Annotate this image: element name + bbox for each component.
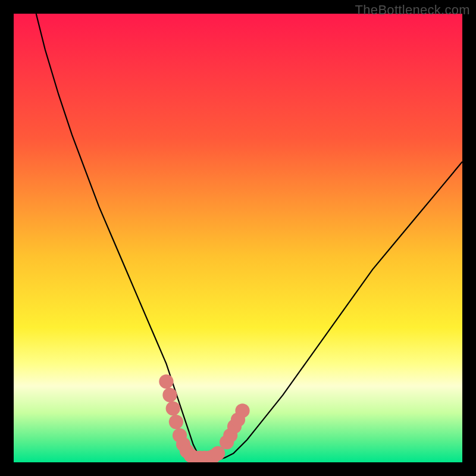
chart-frame: TheBottleneck.com (0, 0, 476, 476)
plot-area (14, 14, 462, 462)
marker-dot (211, 446, 225, 461)
marker-dot (159, 374, 173, 389)
watermark-text: TheBottleneck.com (355, 2, 470, 18)
marker-dot (169, 415, 183, 429)
marker-dot (166, 401, 180, 415)
marker-dot (162, 388, 177, 402)
gradient-bg (14, 14, 462, 462)
chart-svg (14, 14, 462, 462)
marker-dot (235, 403, 249, 418)
